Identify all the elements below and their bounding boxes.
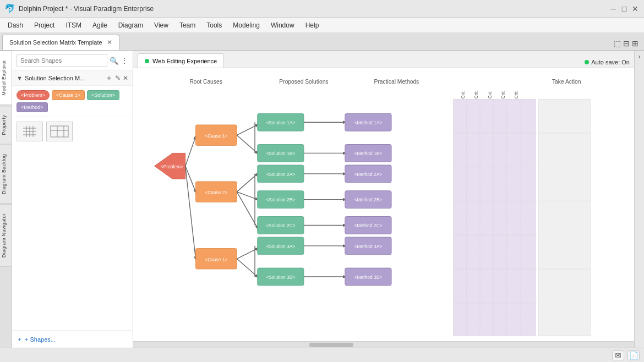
svg-text:<Solution 2A>: <Solution 2A> bbox=[266, 172, 295, 177]
tree-close-btn[interactable]: ✕ bbox=[123, 74, 128, 82]
tab-close-btn[interactable]: ✕ bbox=[107, 39, 112, 46]
svg-text:<Method 2B>: <Method 2B> bbox=[354, 197, 383, 202]
bottom-btn-1[interactable]: ✉ bbox=[612, 350, 624, 360]
svg-text:<Method 2C>: <Method 2C> bbox=[354, 223, 382, 228]
menu-project[interactable]: Project bbox=[29, 19, 60, 31]
canvas-toolbar: Web Editing Experience Auto save: On bbox=[133, 51, 634, 68]
menu-bar: Dash Project ITSM Agile Diagram View Tea… bbox=[0, 18, 644, 33]
main-layout: Model Explorer Property Diagram Backlog … bbox=[0, 51, 644, 348]
svg-text:<Solution 3B>: <Solution 3B> bbox=[266, 275, 295, 280]
menu-window[interactable]: Window bbox=[265, 19, 300, 31]
side-tab-diagram-navigator[interactable]: Diagram Navigator bbox=[0, 204, 12, 267]
side-tab-model-explorer[interactable]: Model Explorer bbox=[0, 51, 12, 105]
svg-line-40 bbox=[237, 192, 257, 228]
svg-line-41 bbox=[237, 249, 257, 259]
tree-add-btn[interactable]: ＋ bbox=[105, 73, 113, 83]
grid-shapes bbox=[12, 117, 133, 146]
menu-agile[interactable]: Agile bbox=[87, 19, 113, 31]
menu-help[interactable]: Help bbox=[300, 19, 325, 31]
canvas-area: Web Editing Experience Auto save: On Roo… bbox=[133, 51, 634, 348]
grid-selection-bg bbox=[453, 99, 536, 336]
title-bar: 🐬 Dolphin Project * - Visual Paradigm En… bbox=[0, 0, 644, 18]
menu-dash[interactable]: Dash bbox=[2, 19, 29, 31]
bottom-btn-2[interactable]: 📄 bbox=[627, 350, 640, 360]
svg-line-36 bbox=[237, 125, 257, 135]
window-title: Dolphin Project * - Visual Paradigm Ente… bbox=[19, 5, 609, 13]
tree-nav: ▼ Solution Selection M... ＋ ✎ ✕ bbox=[12, 71, 133, 86]
close-button[interactable]: ✕ bbox=[631, 4, 640, 13]
svg-text:<Method 1B>: <Method 1B> bbox=[354, 151, 383, 156]
search-more-btn[interactable]: ⋮ bbox=[121, 56, 128, 65]
shape-solution-thumb[interactable]: <Solution> bbox=[87, 90, 119, 100]
menu-modeling[interactable]: Modeling bbox=[227, 19, 265, 31]
take-action-col bbox=[539, 99, 591, 336]
side-tab-diagram-backlog[interactable]: Diagram Backlog bbox=[0, 145, 12, 204]
svg-text:<Cause 2>: <Cause 2> bbox=[205, 190, 227, 195]
shape-cause-thumb[interactable]: <Cause 1> bbox=[52, 90, 85, 100]
diagram-svg: Root Causes Proposed Solutions Practical… bbox=[133, 68, 634, 341]
grid-thumb-2[interactable] bbox=[46, 122, 73, 141]
main-tab[interactable]: Solution Selection Matrix Template ✕ bbox=[2, 35, 119, 50]
menu-team[interactable]: Team bbox=[174, 19, 201, 31]
practical-methods-header: Practical Methods bbox=[374, 79, 419, 85]
svg-line-38 bbox=[237, 174, 257, 192]
menu-tools[interactable]: Tools bbox=[201, 19, 227, 31]
maximize-button[interactable]: □ bbox=[620, 4, 629, 13]
canvas-tab-label: Web Editing Experience bbox=[152, 58, 217, 64]
search-area: 🔍 ⋮ bbox=[12, 51, 133, 71]
right-expand-icon: › bbox=[638, 53, 641, 61]
tree-label: Solution Selection M... bbox=[25, 75, 103, 81]
side-tabs-panel: Model Explorer Property Diagram Backlog … bbox=[0, 51, 12, 348]
tab-bar: Solution Selection Matrix Template ✕ ⬚ ⊟… bbox=[0, 33, 644, 51]
tab-ctrl-3[interactable]: ⊞ bbox=[632, 39, 638, 48]
autosave-status: Auto save: On bbox=[585, 59, 630, 68]
svg-line-37 bbox=[237, 135, 257, 153]
bottom-bar: ✉ 📄 bbox=[0, 348, 644, 362]
tree-collapse-icon[interactable]: ▼ bbox=[17, 75, 23, 81]
scroll-thumb[interactable] bbox=[309, 343, 353, 347]
shape-thumbnails-row1: <Problem> <Cause 1> <Solution> <Method> bbox=[12, 86, 133, 117]
svg-line-30 bbox=[185, 136, 196, 166]
diagram-canvas[interactable]: Root Causes Proposed Solutions Practical… bbox=[133, 68, 634, 341]
tab-label: Solution Selection Matrix Template bbox=[9, 39, 102, 46]
search-input[interactable] bbox=[17, 54, 107, 67]
svg-text:<Method 1A>: <Method 1A> bbox=[354, 120, 383, 125]
svg-text:<Cause 1>: <Cause 1> bbox=[205, 133, 227, 139]
proposed-solutions-header: Proposed Solutions bbox=[279, 79, 328, 85]
shape-method-thumb[interactable]: <Method> bbox=[17, 102, 48, 112]
left-panel: 🔍 ⋮ ▼ Solution Selection M... ＋ ✎ ✕ <Pro… bbox=[12, 51, 133, 348]
bottom-scrollbar[interactable] bbox=[133, 341, 634, 348]
svg-text:<Solution 2C>: <Solution 2C> bbox=[266, 223, 295, 228]
right-expand-tab[interactable]: › bbox=[634, 51, 644, 348]
canvas-tab-web[interactable]: Web Editing Experience bbox=[138, 53, 224, 68]
minimize-button[interactable]: ─ bbox=[609, 4, 618, 13]
svg-text:<Solution 2B>: <Solution 2B> bbox=[266, 197, 295, 202]
svg-text:<Method 3B>: <Method 3B> bbox=[354, 275, 383, 280]
svg-text:<Method 3A>: <Method 3A> bbox=[354, 244, 383, 249]
green-dot-icon bbox=[145, 59, 149, 63]
svg-text:<Solution 3A>: <Solution 3A> bbox=[266, 244, 295, 249]
svg-line-39 bbox=[237, 192, 257, 200]
shape-problem-thumb[interactable]: <Problem> bbox=[17, 90, 50, 100]
tab-ctrl-1[interactable]: ⬚ bbox=[614, 39, 621, 48]
window-controls: ─ □ ✕ bbox=[609, 4, 640, 13]
autosave-dot bbox=[585, 60, 589, 64]
app-logo: 🐬 bbox=[4, 3, 15, 14]
svg-text:<Method 2A>: <Method 2A> bbox=[354, 172, 383, 177]
menu-view[interactable]: View bbox=[149, 19, 174, 31]
root-causes-header: Root Causes bbox=[189, 79, 222, 85]
tab-ctrl-2[interactable]: ⊟ bbox=[623, 39, 630, 48]
grid-icon-1 bbox=[19, 124, 41, 139]
svg-line-42 bbox=[237, 259, 257, 277]
side-tab-property[interactable]: Property bbox=[0, 106, 12, 144]
search-icon: 🔍 bbox=[110, 57, 118, 65]
svg-text:<Solution 1A>: <Solution 1A> bbox=[266, 120, 295, 125]
menu-itsm[interactable]: ITSM bbox=[60, 19, 87, 31]
take-action-header: Take Action bbox=[552, 79, 581, 85]
tree-edit-btn[interactable]: ✎ bbox=[115, 74, 121, 82]
menu-diagram[interactable]: Diagram bbox=[113, 19, 149, 31]
grid-thumb-1[interactable] bbox=[17, 122, 43, 141]
grid-icon-2 bbox=[48, 124, 70, 139]
svg-text:<Problem>: <Problem> bbox=[161, 164, 183, 169]
shapes-btn[interactable]: ＋ + Shapes... bbox=[12, 330, 133, 348]
